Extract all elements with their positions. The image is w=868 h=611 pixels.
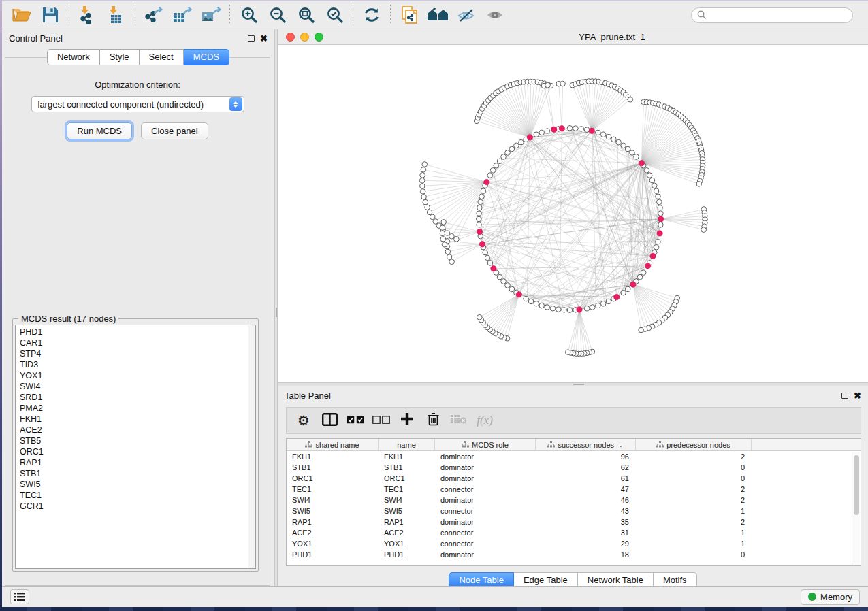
mcds-result-item[interactable]: SWI5 [20, 479, 255, 490]
mcds-result-item[interactable]: YOX1 [20, 370, 255, 381]
show-all-icon [485, 7, 504, 22]
import-network-button[interactable] [74, 3, 102, 27]
mcds-result-item[interactable]: STB1 [20, 468, 255, 479]
export-table-icon [172, 5, 193, 24]
close-panel-button[interactable]: Close panel [141, 122, 208, 139]
first-neighbors-button[interactable] [423, 3, 452, 27]
table-cell: FKH1 [287, 451, 379, 462]
save-icon [42, 6, 59, 24]
table-row[interactable]: FKH1FKH1dominator962 [287, 451, 861, 462]
column-header-name[interactable]: name [379, 439, 435, 450]
float-table-panel-icon[interactable] [841, 393, 848, 399]
mcds-result-item[interactable]: PHD1 [20, 327, 255, 337]
zoom-fit-button[interactable] [291, 3, 320, 27]
search-icon [697, 10, 707, 20]
duplicate-network-button[interactable] [395, 3, 423, 27]
zoom-in-icon [240, 6, 258, 24]
table-panel-titlebar: Table Panel ✖ [278, 386, 868, 404]
zoom-in-button[interactable] [234, 3, 263, 27]
optimization-criterion-label: Optimization criterion: [5, 80, 270, 90]
mcds-result-item[interactable]: STB5 [20, 435, 255, 446]
delete-column-button[interactable] [421, 410, 445, 431]
column-header-predecessor-nodes[interactable]: predecessor nodes [636, 439, 752, 450]
function-button: f(x) [473, 410, 496, 431]
table-scrollbar-thumb[interactable] [854, 455, 859, 515]
search-box[interactable] [691, 7, 853, 23]
table-cell: RAP1 [287, 516, 379, 527]
hide-selected-button[interactable] [452, 3, 481, 27]
close-table-panel-icon[interactable]: ✖ [854, 391, 861, 400]
table-row[interactable]: SWI4SWI4dominator462 [287, 495, 861, 506]
table-cell: 18 [536, 549, 636, 560]
deselect-all-button[interactable] [370, 410, 393, 431]
table-cell: connector [435, 484, 536, 495]
settings-button[interactable]: ⚙ [292, 410, 315, 431]
node-attribute-icon [547, 441, 555, 449]
table-cell: connector [435, 527, 536, 538]
add-column-button[interactable] [396, 410, 419, 431]
network-canvas[interactable] [278, 45, 868, 382]
mcds-result-item[interactable]: FKH1 [20, 414, 255, 425]
export-network-button[interactable] [140, 3, 168, 27]
criterion-select[interactable]: largest connected component (undirected) [31, 96, 244, 112]
mcds-list-scrollbar[interactable] [248, 325, 255, 568]
mcds-result-item[interactable]: SRD1 [20, 392, 255, 403]
import-table-button[interactable] [102, 3, 131, 27]
duplicate-network-icon [400, 5, 419, 24]
table-row[interactable]: TEC1TEC1connector472 [287, 484, 861, 495]
table-cell: 31 [536, 527, 636, 538]
close-panel-icon[interactable]: ✖ [260, 34, 268, 43]
split-view-button[interactable] [318, 410, 341, 431]
column-header-shared-name[interactable]: shared name [287, 439, 379, 450]
horizontal-splitter[interactable] [278, 382, 868, 386]
float-panel-icon[interactable] [248, 35, 255, 42]
mcds-result-item[interactable]: ACE2 [20, 425, 255, 435]
run-mcds-button[interactable]: Run MCDS [67, 122, 132, 139]
export-table-button[interactable] [168, 3, 197, 27]
tab-mcds[interactable]: MCDS [184, 49, 229, 65]
table-row[interactable]: RAP1RAP1dominator352 [287, 516, 861, 527]
table-row[interactable]: STB1STB1dominator620 [287, 462, 861, 473]
open-button[interactable] [7, 3, 36, 27]
table-row[interactable]: ACE2ACE2connector311 [287, 527, 861, 538]
search-input[interactable] [710, 10, 847, 20]
memory-button[interactable]: Memory [801, 589, 860, 605]
mcds-result-item[interactable]: SWI4 [20, 381, 255, 392]
select-all-button[interactable] [344, 410, 367, 431]
table-cell: STB1 [379, 462, 435, 473]
table-cell: 43 [536, 506, 636, 516]
mcds-result-item[interactable]: TEC1 [20, 490, 255, 501]
mcds-result-item[interactable]: CAR1 [20, 337, 255, 348]
table-row[interactable]: SWI5SWI5connector431 [287, 506, 861, 516]
show-all-button[interactable] [481, 3, 509, 27]
mcds-result-item[interactable]: STP4 [20, 348, 255, 359]
mcds-result-item[interactable]: RAP1 [20, 457, 255, 468]
table-row[interactable]: YOX1YOX1connector291 [287, 538, 861, 549]
save-button[interactable] [36, 3, 65, 27]
tab-style[interactable]: Style [100, 49, 140, 65]
zoom-fit-icon [297, 6, 315, 24]
zoom-selected-button[interactable] [320, 3, 349, 27]
zoom-out-button[interactable] [263, 3, 291, 27]
table-cell: SWI5 [379, 506, 435, 516]
column-header-MCDS-role[interactable]: MCDS role [435, 439, 536, 450]
tab-network[interactable]: Network [47, 49, 100, 65]
column-header-successor-nodes[interactable]: successor nodes⌄ [536, 439, 636, 450]
network-window-title: YPA_prune.txt_1 [278, 32, 868, 42]
table-cell: 2 [636, 516, 752, 527]
table-scrollbar[interactable] [852, 452, 860, 565]
mcds-result-item[interactable]: PMA2 [20, 403, 255, 414]
export-image-button[interactable] [197, 3, 225, 27]
mcds-result-item[interactable]: TID3 [20, 359, 255, 370]
task-history-button[interactable] [10, 589, 29, 604]
first-neighbors-icon [427, 7, 449, 23]
table-row[interactable]: ORC1ORC1dominator610 [287, 473, 861, 484]
table-cell: 29 [536, 538, 636, 549]
control-panel-titlebar: Control Panel ✖ [2, 29, 274, 47]
mcds-result-item[interactable]: GCR1 [20, 501, 255, 512]
refresh-button[interactable] [357, 3, 386, 27]
table-row[interactable]: PHD1PHD1dominator180 [287, 549, 861, 560]
table-cell: SWI5 [287, 506, 379, 516]
mcds-result-item[interactable]: ORC1 [20, 446, 255, 457]
tab-select[interactable]: Select [140, 49, 184, 65]
